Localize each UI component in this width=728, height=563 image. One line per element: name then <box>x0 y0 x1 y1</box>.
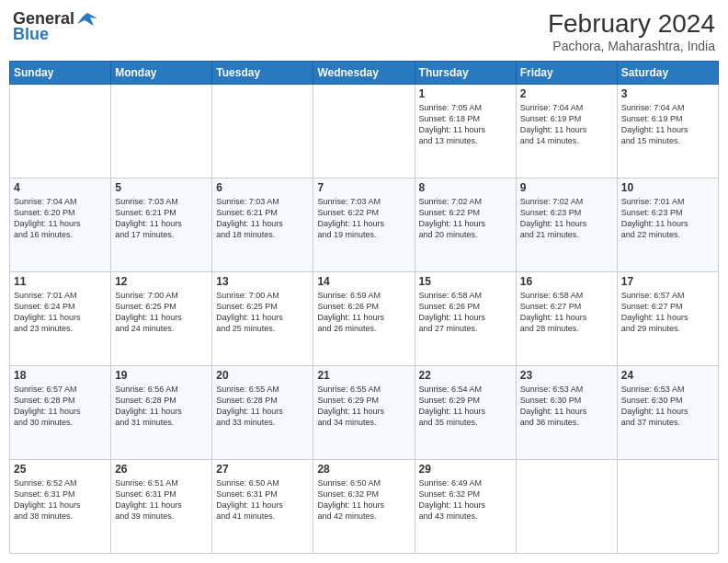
calendar-cell: 5Sunrise: 7:03 AM Sunset: 6:21 PM Daylig… <box>111 178 212 272</box>
day-info: Sunrise: 7:03 AM Sunset: 6:21 PM Dayligh… <box>216 196 309 241</box>
calendar-cell: 20Sunrise: 6:55 AM Sunset: 6:28 PM Dayli… <box>212 366 313 460</box>
day-number: 23 <box>520 369 613 382</box>
day-info: Sunrise: 6:58 AM Sunset: 6:26 PM Dayligh… <box>419 290 512 335</box>
logo-text-blue: Blue <box>13 25 49 44</box>
calendar-day-header: Tuesday <box>212 62 313 85</box>
calendar-day-header: Monday <box>111 62 212 85</box>
day-info: Sunrise: 6:49 AM Sunset: 6:32 PM Dayligh… <box>419 477 512 523</box>
day-number: 2 <box>520 87 613 100</box>
logo-bird-icon <box>77 11 97 28</box>
day-number: 18 <box>14 369 107 382</box>
calendar-cell: 26Sunrise: 6:51 AM Sunset: 6:31 PM Dayli… <box>111 460 212 554</box>
day-info: Sunrise: 6:57 AM Sunset: 6:28 PM Dayligh… <box>14 384 107 429</box>
calendar-week-row: 25Sunrise: 6:52 AM Sunset: 6:31 PM Dayli… <box>10 460 719 554</box>
calendar-cell: 19Sunrise: 6:56 AM Sunset: 6:28 PM Dayli… <box>111 366 212 460</box>
day-number: 28 <box>317 463 410 476</box>
day-info: Sunrise: 7:02 AM Sunset: 6:22 PM Dayligh… <box>419 196 512 241</box>
day-info: Sunrise: 6:59 AM Sunset: 6:26 PM Dayligh… <box>317 290 410 335</box>
calendar-week-row: 4Sunrise: 7:04 AM Sunset: 6:20 PM Daylig… <box>10 178 719 272</box>
logo: General Blue <box>13 9 97 44</box>
day-number: 20 <box>216 369 309 382</box>
svg-marker-0 <box>77 13 97 26</box>
day-number: 16 <box>520 275 613 288</box>
title-block: February 2024 Pachora, Maharashtra, Indi… <box>548 9 715 53</box>
calendar-cell <box>10 85 111 178</box>
day-number: 3 <box>621 87 714 100</box>
day-info: Sunrise: 7:00 AM Sunset: 6:25 PM Dayligh… <box>115 290 208 335</box>
day-info: Sunrise: 7:00 AM Sunset: 6:25 PM Dayligh… <box>216 290 309 335</box>
day-info: Sunrise: 6:53 AM Sunset: 6:30 PM Dayligh… <box>621 384 714 429</box>
day-number: 13 <box>216 275 309 288</box>
calendar-day-header: Sunday <box>10 62 111 85</box>
day-number: 19 <box>115 369 208 382</box>
calendar-cell: 17Sunrise: 6:57 AM Sunset: 6:27 PM Dayli… <box>617 272 718 366</box>
day-info: Sunrise: 6:55 AM Sunset: 6:29 PM Dayligh… <box>317 384 410 429</box>
calendar-cell: 11Sunrise: 7:01 AM Sunset: 6:24 PM Dayli… <box>10 272 111 366</box>
calendar-cell: 13Sunrise: 7:00 AM Sunset: 6:25 PM Dayli… <box>212 272 313 366</box>
calendar-day-header: Thursday <box>415 62 516 85</box>
day-info: Sunrise: 7:04 AM Sunset: 6:20 PM Dayligh… <box>14 196 107 241</box>
day-number: 14 <box>317 275 410 288</box>
day-info: Sunrise: 6:51 AM Sunset: 6:31 PM Dayligh… <box>115 477 208 523</box>
calendar-cell: 14Sunrise: 6:59 AM Sunset: 6:26 PM Dayli… <box>313 272 415 366</box>
calendar-cell: 25Sunrise: 6:52 AM Sunset: 6:31 PM Dayli… <box>10 460 111 554</box>
calendar-cell <box>111 85 212 178</box>
day-number: 15 <box>419 275 512 288</box>
calendar-cell: 6Sunrise: 7:03 AM Sunset: 6:21 PM Daylig… <box>212 178 313 272</box>
calendar-cell: 7Sunrise: 7:03 AM Sunset: 6:22 PM Daylig… <box>313 178 415 272</box>
day-info: Sunrise: 6:57 AM Sunset: 6:27 PM Dayligh… <box>621 290 714 335</box>
location-subtitle: Pachora, Maharashtra, India <box>548 39 715 53</box>
day-number: 9 <box>520 181 613 194</box>
month-year-title: February 2024 <box>548 9 715 39</box>
day-info: Sunrise: 6:53 AM Sunset: 6:30 PM Dayligh… <box>520 384 613 429</box>
day-number: 26 <box>115 463 208 476</box>
calendar-table: SundayMondayTuesdayWednesdayThursdayFrid… <box>9 61 719 554</box>
calendar-cell: 2Sunrise: 7:04 AM Sunset: 6:19 PM Daylig… <box>516 85 617 178</box>
day-number: 24 <box>621 369 714 382</box>
day-number: 6 <box>216 181 309 194</box>
calendar-cell <box>313 85 415 178</box>
calendar-week-row: 18Sunrise: 6:57 AM Sunset: 6:28 PM Dayli… <box>10 366 719 460</box>
day-number: 21 <box>317 369 410 382</box>
page-header: General Blue February 2024 Pachora, Maha… <box>9 9 719 53</box>
calendar-cell <box>212 85 313 178</box>
day-info: Sunrise: 6:52 AM Sunset: 6:31 PM Dayligh… <box>14 477 107 523</box>
day-info: Sunrise: 7:03 AM Sunset: 6:21 PM Dayligh… <box>115 196 208 241</box>
calendar-cell: 28Sunrise: 6:50 AM Sunset: 6:32 PM Dayli… <box>313 460 415 554</box>
day-info: Sunrise: 6:56 AM Sunset: 6:28 PM Dayligh… <box>115 384 208 429</box>
day-info: Sunrise: 7:01 AM Sunset: 6:24 PM Dayligh… <box>14 290 107 335</box>
calendar-day-header: Friday <box>516 62 617 85</box>
calendar-cell <box>617 460 718 554</box>
day-info: Sunrise: 6:50 AM Sunset: 6:32 PM Dayligh… <box>317 477 410 523</box>
day-info: Sunrise: 6:55 AM Sunset: 6:28 PM Dayligh… <box>216 384 309 429</box>
day-number: 7 <box>317 181 410 194</box>
calendar-cell: 4Sunrise: 7:04 AM Sunset: 6:20 PM Daylig… <box>10 178 111 272</box>
calendar-week-row: 1Sunrise: 7:05 AM Sunset: 6:18 PM Daylig… <box>10 85 719 178</box>
day-info: Sunrise: 7:04 AM Sunset: 6:19 PM Dayligh… <box>520 102 613 147</box>
day-info: Sunrise: 7:01 AM Sunset: 6:23 PM Dayligh… <box>621 196 714 241</box>
day-info: Sunrise: 6:50 AM Sunset: 6:31 PM Dayligh… <box>216 477 309 523</box>
calendar-day-header: Wednesday <box>313 62 415 85</box>
day-number: 11 <box>14 275 107 288</box>
day-info: Sunrise: 7:04 AM Sunset: 6:19 PM Dayligh… <box>621 102 714 147</box>
calendar-cell: 23Sunrise: 6:53 AM Sunset: 6:30 PM Dayli… <box>516 366 617 460</box>
day-number: 22 <box>419 369 512 382</box>
calendar-header-row: SundayMondayTuesdayWednesdayThursdayFrid… <box>10 62 719 85</box>
day-number: 27 <box>216 463 309 476</box>
day-number: 25 <box>14 463 107 476</box>
calendar-cell: 10Sunrise: 7:01 AM Sunset: 6:23 PM Dayli… <box>617 178 718 272</box>
day-number: 10 <box>621 181 714 194</box>
calendar-day-header: Saturday <box>617 62 718 85</box>
calendar-cell: 8Sunrise: 7:02 AM Sunset: 6:22 PM Daylig… <box>415 178 516 272</box>
calendar-cell: 22Sunrise: 6:54 AM Sunset: 6:29 PM Dayli… <box>415 366 516 460</box>
calendar-cell: 27Sunrise: 6:50 AM Sunset: 6:31 PM Dayli… <box>212 460 313 554</box>
day-info: Sunrise: 6:54 AM Sunset: 6:29 PM Dayligh… <box>419 384 512 429</box>
day-number: 8 <box>419 181 512 194</box>
calendar-cell: 18Sunrise: 6:57 AM Sunset: 6:28 PM Dayli… <box>10 366 111 460</box>
calendar-cell <box>516 460 617 554</box>
calendar-cell: 15Sunrise: 6:58 AM Sunset: 6:26 PM Dayli… <box>415 272 516 366</box>
day-info: Sunrise: 7:03 AM Sunset: 6:22 PM Dayligh… <box>317 196 410 241</box>
day-info: Sunrise: 6:58 AM Sunset: 6:27 PM Dayligh… <box>520 290 613 335</box>
calendar-cell: 24Sunrise: 6:53 AM Sunset: 6:30 PM Dayli… <box>617 366 718 460</box>
day-number: 1 <box>419 87 512 100</box>
